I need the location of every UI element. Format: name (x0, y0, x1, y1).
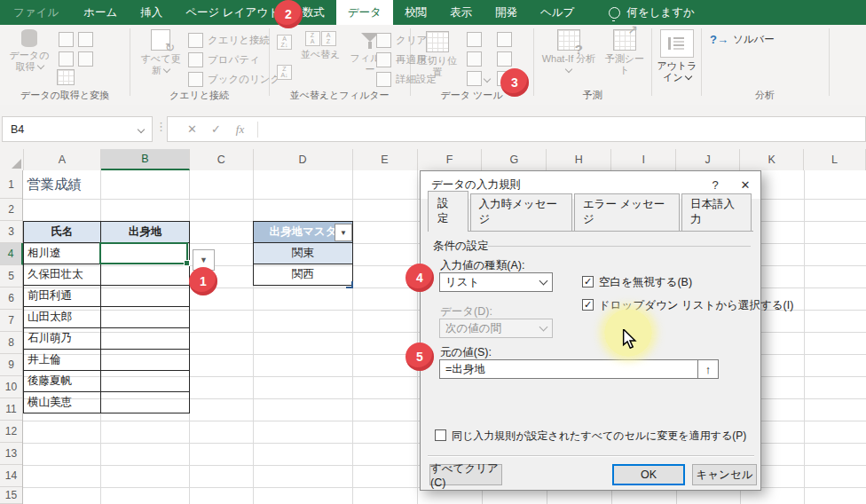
row-header-6[interactable]: 6 (0, 287, 22, 310)
data-validation-dropdown-icon[interactable] (484, 75, 491, 83)
cell-a8[interactable]: 石川萌乃 (24, 328, 101, 350)
row-header-4[interactable]: 4 (0, 243, 23, 265)
row-header-7[interactable]: 7 (0, 310, 22, 332)
name-box[interactable]: B4 (2, 116, 153, 142)
cell-a9[interactable]: 井上倫 (24, 350, 101, 371)
data-validation-icon[interactable] (467, 71, 482, 86)
text-to-columns-button[interactable]: 区切り位置 (413, 31, 461, 78)
column-header-c[interactable]: C (190, 149, 254, 170)
forecast-sheet-button[interactable]: ↗ 予測シート (602, 29, 648, 76)
column-header-e[interactable]: E (353, 149, 418, 170)
queries-connections-button[interactable]: クエリと接続 (188, 33, 270, 48)
row-header-3[interactable]: 3 (0, 221, 22, 243)
dialog-tab-input-message[interactable]: 入力時メッセージ (470, 193, 572, 231)
column-header-k[interactable]: K (740, 149, 804, 170)
tab-file[interactable]: ファイル (0, 0, 72, 25)
cell-a7[interactable]: 山田太郎 (24, 307, 101, 328)
cell-a4[interactable]: 相川遼 (24, 243, 101, 264)
cell-b11[interactable] (101, 392, 190, 413)
cell-b7[interactable] (101, 307, 190, 328)
dialog-tab-settings[interactable]: 設定 (428, 191, 468, 232)
ok-button[interactable]: OK (612, 464, 685, 485)
row-header-8[interactable]: 8 (0, 332, 22, 354)
solver-button[interactable]: ?→ ソルバー (710, 33, 775, 46)
from-text-icon[interactable] (59, 32, 74, 47)
flash-fill-icon[interactable] (467, 32, 482, 47)
formula-field[interactable]: ✕ ✓ fx (167, 116, 866, 142)
name-box-dropdown-icon[interactable] (138, 125, 145, 132)
tab-review[interactable]: 校閲 (393, 0, 438, 25)
sort-desc-icon[interactable]: ZA↓ (277, 65, 292, 80)
tab-insert[interactable]: 挿入 (129, 0, 174, 25)
from-table-icon[interactable] (57, 69, 75, 85)
whatif-analysis-button[interactable]: ? What-If 分析 (539, 29, 598, 76)
ignore-blank-checkbox[interactable]: ✓ 空白を無視する(B) (582, 275, 692, 290)
row-header-11[interactable]: 11 (0, 398, 22, 421)
properties-button[interactable]: プロパティ (188, 52, 260, 67)
column-header-b[interactable]: B (101, 149, 190, 170)
cell-b9[interactable] (101, 350, 190, 371)
cell-d5[interactable]: 関西 (254, 264, 353, 286)
cell-a6[interactable]: 前田利通 (24, 286, 101, 307)
filter-dropdown-button[interactable]: ▼ (335, 224, 352, 241)
tab-data[interactable]: データ (336, 0, 393, 25)
column-header-a[interactable]: A (24, 149, 101, 170)
table-resize-handle[interactable] (346, 281, 353, 288)
column-header-l[interactable]: L (804, 149, 866, 170)
cancel-icon[interactable]: ✕ (180, 122, 204, 136)
cell-b8[interactable] (101, 328, 190, 350)
column-header-g[interactable]: G (482, 149, 547, 170)
header-cell-birthplace[interactable]: 出身地 (101, 222, 190, 243)
cell-d4[interactable]: 関東 (254, 243, 353, 264)
apply-all-checkbox[interactable]: 同じ入力規則が設定されたすべてのセルに変更を適用する(P) (435, 429, 746, 444)
row-header-5[interactable]: 5 (0, 265, 22, 287)
row-header-13[interactable]: 13 (0, 443, 22, 465)
select-all-corner[interactable] (0, 149, 24, 170)
column-header-d[interactable]: D (254, 149, 353, 170)
cell-a10[interactable]: 後藤夏帆 (24, 371, 101, 392)
cell-b10[interactable] (101, 371, 190, 392)
existing-connections-icon[interactable] (78, 51, 93, 67)
row-header-9[interactable]: 9 (0, 354, 22, 376)
sheet-title-cell[interactable]: 営業成績 (27, 176, 82, 194)
workbook-links-button[interactable]: ブックのリンク (188, 72, 280, 87)
source-input[interactable]: =出身地 ↑ (439, 359, 719, 379)
consolidate-icon[interactable] (497, 32, 512, 47)
tab-view[interactable]: 表示 (438, 0, 484, 25)
tab-developer[interactable]: 開発 (484, 0, 529, 25)
recent-sources-icon[interactable] (78, 32, 93, 47)
enter-icon[interactable]: ✓ (204, 122, 228, 136)
column-header-h[interactable]: H (547, 149, 611, 170)
collapse-dialog-icon[interactable]: ↑ (697, 360, 718, 378)
sort-button[interactable]: ZAAZ 並べ替え (296, 31, 344, 60)
insert-function-icon[interactable]: fx (228, 122, 252, 137)
row-header-14[interactable]: 14 (0, 465, 22, 487)
remove-duplicates-icon[interactable] (467, 51, 482, 67)
in-cell-dropdown-checkbox[interactable]: ✓ ドロップダウン リストから選択する(I) (582, 298, 793, 313)
cell-b5[interactable] (101, 264, 190, 286)
row-header-2[interactable]: 2 (0, 199, 22, 221)
tab-home[interactable]: ホーム (72, 0, 129, 25)
refresh-all-button[interactable]: すべて更新 (137, 29, 185, 76)
column-header-f[interactable]: F (418, 149, 483, 170)
type-combobox[interactable]: リスト (439, 272, 553, 292)
cell-b6[interactable] (101, 286, 190, 307)
row-header-1[interactable]: 1 (0, 170, 22, 199)
cell-a11[interactable]: 横山美恵 (24, 392, 101, 413)
tell-me-search[interactable]: 何をしますか (609, 0, 694, 25)
sort-asc-icon[interactable]: AZ↓ (277, 35, 292, 50)
column-header-i[interactable]: I (611, 149, 676, 170)
dialog-tab-ime[interactable]: 日本語入力 (681, 193, 752, 231)
column-header-j[interactable]: J (676, 149, 740, 170)
tab-help[interactable]: ヘルプ (529, 0, 586, 25)
relationships-icon[interactable] (497, 51, 512, 67)
cancel-button[interactable]: キャンセル (692, 464, 757, 485)
row-header-10[interactable]: 10 (0, 376, 22, 398)
chevron-down-icon[interactable] (535, 273, 552, 291)
formula-bar-splitter[interactable]: ⋮ (155, 120, 167, 133)
row-header-15[interactable]: 15 (0, 487, 22, 504)
from-web-icon[interactable] (59, 51, 74, 67)
get-data-button[interactable]: データの取得 (5, 29, 53, 73)
cell-a5[interactable]: 久保田壮太 (24, 264, 101, 286)
outline-button[interactable]: アウトライン (655, 29, 699, 83)
